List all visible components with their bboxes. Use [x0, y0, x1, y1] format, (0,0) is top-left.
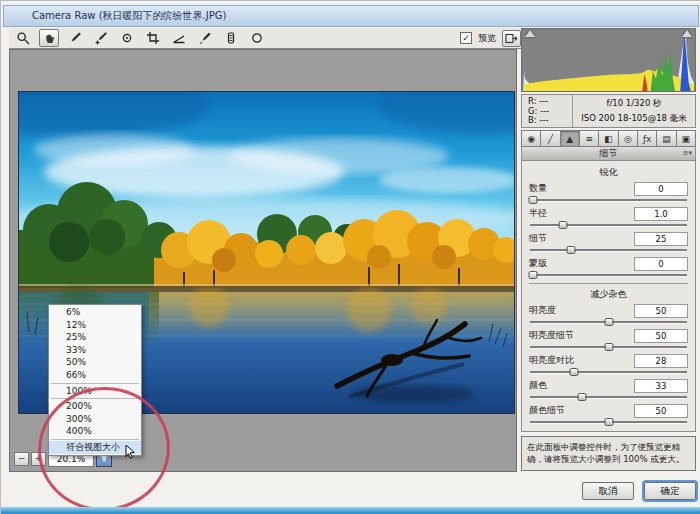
tab-split-toning[interactable]: ◧ — [599, 130, 618, 147]
preview-hint-note: 在此面板中调整控件时，为了使预览更精确，请将预览大小调整到 100% 或更大。 — [521, 436, 696, 471]
panel-title: 细节 — [600, 147, 618, 160]
slider-track[interactable] — [530, 271, 687, 279]
panel-header: 细节 ≡▾ — [521, 147, 696, 161]
cancel-button[interactable]: 取消 — [582, 482, 634, 500]
slider-value-field[interactable]: 0 — [634, 182, 688, 196]
red-eye-removal-tool-icon[interactable] — [221, 29, 241, 47]
window-bottom-frame — [1, 507, 700, 514]
slider-color: 颜色33 — [529, 379, 688, 401]
right-panel: R: --- G: --- B: --- f/10 1/320 秒 ISO 20… — [521, 28, 696, 479]
color-sampler-tool-icon[interactable] — [91, 29, 111, 47]
mouse-cursor-icon — [125, 444, 137, 460]
slider-label: 明亮度对比 — [529, 354, 574, 367]
slider-track[interactable] — [530, 343, 687, 351]
slider-value-field[interactable]: 50 — [634, 304, 688, 318]
tab-presets[interactable]: ▤ — [657, 130, 676, 147]
panel-flyout-menu-icon[interactable]: ≡▾ — [683, 149, 692, 157]
shot-info: f/10 1/320 秒 ISO 200 18-105@18 毫米 — [573, 95, 695, 127]
menu-separator — [51, 383, 139, 384]
ok-button[interactable]: 确定 — [644, 482, 696, 500]
slider-label: 蒙版 — [529, 257, 547, 270]
straighten-tool-icon[interactable] — [169, 29, 189, 47]
slider-value-field[interactable]: 50 — [634, 404, 688, 418]
noise-reduction-heading: 减少杂色 — [529, 288, 688, 301]
slider-label: 细节 — [529, 232, 547, 245]
slider-thumb[interactable] — [604, 418, 613, 426]
slider-luminance-detail: 明亮度细节50 — [529, 329, 688, 351]
slider-track[interactable] — [530, 318, 687, 326]
slider-radius: 半径1.0 — [529, 207, 688, 229]
slider-value-field[interactable]: 33 — [634, 379, 688, 393]
preview-label: 预览 — [478, 32, 496, 45]
crop-tool-icon[interactable] — [143, 29, 163, 47]
slider-track[interactable] — [530, 368, 687, 376]
white-balance-tool-icon[interactable] — [65, 29, 85, 47]
zoom-out-button[interactable]: − — [14, 452, 29, 466]
preview-checkbox[interactable]: ✓ — [460, 32, 472, 44]
slider-thumb[interactable] — [577, 393, 586, 401]
slider-label: 数量 — [529, 182, 547, 195]
preview-group: ✓ 预览 — [460, 30, 521, 47]
zoom-menu-item[interactable]: 6% — [49, 306, 141, 319]
slider-track[interactable] — [530, 221, 687, 229]
slider-value-field[interactable]: 25 — [634, 232, 688, 246]
histogram[interactable] — [521, 28, 696, 92]
slider-value-field[interactable]: 0 — [634, 257, 688, 271]
slider-label: 半径 — [529, 207, 547, 220]
slider-thumb[interactable] — [604, 343, 613, 351]
exif-panel: R: --- G: --- B: --- f/10 1/320 秒 ISO 20… — [521, 94, 696, 128]
slider-value-field[interactable]: 50 — [634, 329, 688, 343]
slider-masking: 蒙版0 — [529, 257, 688, 279]
slider-amount: 数量0 — [529, 182, 688, 204]
exposure-info: f/10 1/320 秒 — [606, 98, 661, 110]
tab-detail[interactable]: ▲ — [561, 130, 580, 147]
slider-value-field[interactable]: 1.0 — [634, 207, 688, 221]
slider-track[interactable] — [530, 393, 687, 401]
tab-hsl-grayscale[interactable]: ≡ — [580, 130, 599, 147]
zoom-menu-item[interactable]: 50% — [49, 356, 141, 369]
window-title: Camera Raw (秋日暖阳下的缤纷世界.JPG) — [32, 9, 226, 23]
fullscreen-toggle-button[interactable] — [502, 30, 521, 47]
slider-value-field[interactable]: 28 — [634, 354, 688, 368]
slider-label: 颜色 — [529, 379, 547, 392]
title-bar[interactable]: Camera Raw (秋日暖阳下的缤纷世界.JPG) — [3, 5, 699, 27]
shadow-clipping-icon[interactable] — [525, 30, 535, 37]
slider-track[interactable] — [530, 418, 687, 426]
section-separator — [529, 283, 688, 284]
zoom-tool-icon[interactable] — [13, 29, 33, 47]
sharpen-heading: 锐化 — [529, 166, 688, 179]
spot-removal-tool-icon[interactable] — [195, 29, 215, 47]
tab-tone-curve[interactable]: ╱ — [541, 130, 560, 147]
camera-raw-dialog: Camera Raw (秋日暖阳下的缤纷世界.JPG) ✓ 预览 — [0, 0, 700, 514]
zoom-menu-item[interactable]: 33% — [49, 344, 141, 357]
iso-lens-info: ISO 200 18-105@18 毫米 — [581, 113, 686, 125]
tab-basic[interactable]: ◉ — [521, 130, 541, 147]
check-icon: ✓ — [462, 34, 470, 43]
tab-snapshots[interactable]: ▣ — [677, 130, 696, 147]
zoom-menu-item[interactable]: 66% — [49, 369, 141, 382]
zoom-menu-item[interactable]: 12% — [49, 319, 141, 332]
slider-thumb[interactable] — [566, 246, 575, 254]
rgb-readout: R: --- G: --- B: --- — [522, 95, 573, 127]
slider-label: 颜色细节 — [529, 404, 565, 417]
hand-tool-icon[interactable] — [39, 29, 59, 47]
slider-thumb[interactable] — [604, 318, 613, 326]
slider-thumb[interactable] — [569, 368, 578, 376]
slider-thumb[interactable] — [529, 196, 538, 204]
rotate-tool-icon[interactable] — [247, 29, 267, 47]
slider-luminance-contrast: 明亮度对比28 — [529, 354, 688, 376]
targeted-adjustment-tool-icon[interactable] — [117, 29, 137, 47]
slider-track[interactable] — [530, 246, 687, 254]
slider-track[interactable] — [530, 196, 687, 204]
slider-thumb[interactable] — [529, 271, 538, 279]
zoom-menu-item[interactable]: 25% — [49, 331, 141, 344]
tab-lens-corrections[interactable]: ◎ — [619, 130, 638, 147]
highlight-clipping-icon[interactable] — [682, 30, 692, 37]
slider-thumb[interactable] — [558, 221, 567, 229]
slider-label: 明亮度细节 — [529, 329, 574, 342]
histogram-plot — [522, 29, 695, 91]
toolbar: ✓ 预览 — [9, 28, 525, 49]
tab-camera-calibration[interactable]: ƒx — [638, 130, 657, 147]
slider-label: 明亮度 — [529, 304, 556, 317]
detail-panel: 锐化 数量0 半径1.0 细节25 蒙版0 减少杂色 明亮度50 — [521, 161, 696, 432]
